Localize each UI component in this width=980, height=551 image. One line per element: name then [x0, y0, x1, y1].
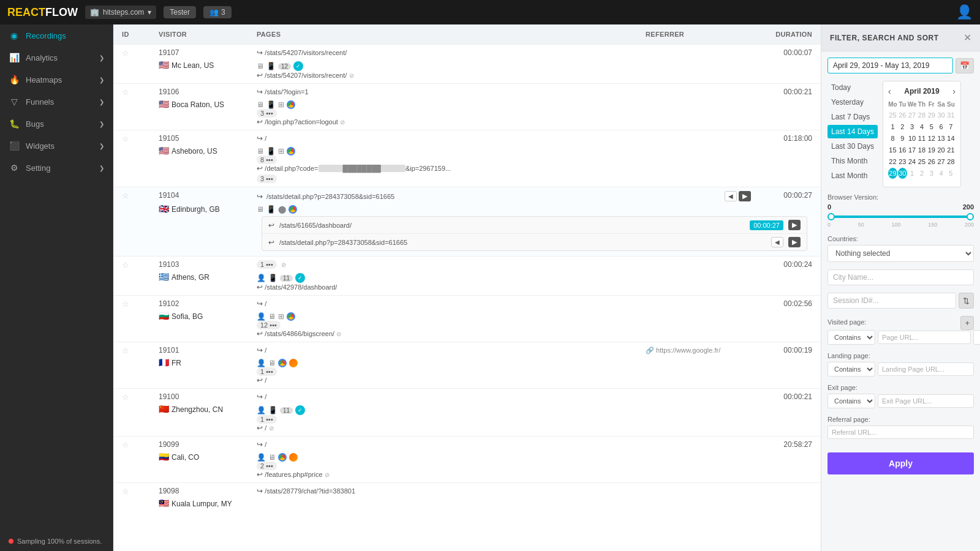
landing-url-input[interactable] — [878, 362, 974, 376]
visited-page-section: Visited page: + Contains -ls — [827, 316, 974, 345]
cal-day[interactable]: 19 — [927, 144, 936, 156]
cal-day[interactable]: 21 — [946, 144, 956, 156]
row-star[interactable]: ☆ — [113, 296, 150, 310]
cal-day[interactable]: 3 — [908, 121, 917, 132]
cal-day[interactable]: 2 — [898, 121, 907, 132]
visited-flag-select[interactable]: -ls — [973, 330, 980, 345]
sidebar-item-widgets[interactable]: ⬛ Widgets ❯ — [0, 135, 113, 157]
filter-close-button[interactable]: ✕ — [963, 32, 971, 43]
exit-contains-select[interactable]: Contains — [827, 394, 875, 408]
row-star[interactable]: ☆ — [113, 130, 150, 145]
cal-day-selected-end[interactable]: 30 — [898, 168, 907, 179]
cal-day[interactable]: 17 — [908, 144, 917, 156]
today-btn[interactable]: Today — [827, 81, 878, 94]
team-chip[interactable]: 👥 3 — [203, 6, 232, 18]
cal-day[interactable]: 1 — [888, 121, 897, 132]
inner-play-btn[interactable]: ▶ — [788, 220, 801, 230]
city-input[interactable] — [827, 269, 974, 285]
cal-day[interactable]: 20 — [937, 144, 946, 156]
session-id-add-btn[interactable]: ⇅ — [959, 293, 974, 309]
cal-day[interactable]: 2 — [918, 168, 927, 179]
inner-play-btn2[interactable]: ▶ — [788, 237, 801, 247]
cal-day-selected-start[interactable]: 29 — [888, 168, 897, 179]
cal-day[interactable]: 29 — [927, 110, 936, 121]
cal-day[interactable]: 28 — [918, 110, 927, 121]
session-id-input[interactable] — [827, 293, 956, 309]
user-avatar-icon[interactable]: 👤 — [956, 4, 973, 20]
row-star[interactable]: ☆ — [113, 45, 150, 59]
site-selector[interactable]: 🏢 hitsteps.com ▾ — [85, 6, 156, 19]
cal-day[interactable]: 5 — [946, 168, 956, 179]
sampling-label: Sampling 100% of sessions. — [17, 538, 102, 545]
prev-btn[interactable]: ◀ — [725, 191, 737, 201]
user-chip[interactable]: Tester — [164, 6, 196, 18]
cal-day[interactable]: 14 — [946, 133, 956, 144]
sidebar-item-heatmaps[interactable]: 🔥 Heatmaps ❯ — [0, 69, 113, 91]
sidebar-item-setting[interactable]: ⚙ Setting ❯ — [0, 157, 113, 179]
row-star[interactable]: ☆ — [113, 342, 150, 357]
cal-day[interactable]: 18 — [918, 144, 927, 156]
row-star[interactable]: ☆ — [113, 84, 150, 99]
cal-day[interactable]: 5 — [927, 121, 936, 132]
cal-day[interactable]: 8 — [888, 133, 897, 144]
sidebar-item-bugs[interactable]: 🐛 Bugs ❯ — [0, 113, 113, 135]
visited-add-btn[interactable]: + — [960, 316, 974, 330]
row-star[interactable]: ☆ — [113, 257, 150, 271]
last30-btn[interactable]: Last 30 Days — [827, 140, 878, 153]
cal-day[interactable]: 3 — [927, 168, 936, 179]
cal-day[interactable]: 26 — [898, 110, 907, 121]
landing-contains-select[interactable]: Contains — [827, 362, 875, 377]
cal-day[interactable]: 9 — [898, 133, 907, 144]
cal-day[interactable]: 26 — [927, 156, 936, 167]
referral-url-input[interactable] — [827, 425, 974, 439]
exit-url-input[interactable] — [878, 394, 974, 408]
yesterday-btn[interactable]: Yesterday — [827, 96, 878, 109]
cal-day[interactable]: 4 — [918, 121, 927, 132]
this-month-btn[interactable]: This Month — [827, 154, 878, 168]
cal-day[interactable]: 31 — [946, 110, 956, 121]
cal-day[interactable]: 7 — [946, 121, 956, 132]
cal-day[interactable]: 12 — [927, 133, 936, 144]
browser-version-slider[interactable] — [827, 216, 974, 218]
slider-thumb-left[interactable] — [827, 213, 835, 220]
last-month-btn[interactable]: Last Month — [827, 169, 878, 182]
row-star[interactable]: ☆ — [113, 187, 150, 203]
last14-btn[interactable]: Last 14 Days — [827, 125, 878, 138]
row-star[interactable]: ☆ — [113, 483, 150, 498]
date-range-input[interactable] — [827, 58, 953, 73]
table-row-sub: 🇨🇳Zhengzhou, CN 👤📱 11 ✓ 1 ••• ↩ / ⊘ — [113, 403, 821, 437]
cal-day[interactable]: 30 — [937, 110, 946, 121]
cal-day[interactable]: 27 — [937, 156, 946, 167]
calendar-icon-button[interactable]: 📅 — [956, 58, 974, 73]
slider-thumb-right[interactable] — [967, 213, 974, 220]
cal-day[interactable]: 28 — [946, 156, 956, 167]
cal-next-btn[interactable]: › — [952, 86, 956, 96]
cal-day[interactable]: 16 — [898, 144, 907, 156]
cal-day[interactable]: 13 — [937, 133, 946, 144]
sidebar-item-funnels[interactable]: ▽ Funnels ❯ — [0, 91, 113, 113]
visited-contains-select[interactable]: Contains — [827, 330, 875, 345]
cal-day[interactable]: 25 — [918, 156, 927, 167]
visited-url-input[interactable] — [878, 331, 971, 344]
apply-button[interactable]: Apply — [827, 452, 974, 474]
row-star[interactable]: ☆ — [113, 437, 150, 451]
cal-day[interactable]: 22 — [888, 156, 897, 167]
cal-day[interactable]: 25 — [888, 110, 897, 121]
cal-prev-btn[interactable]: ‹ — [888, 86, 891, 96]
cal-day[interactable]: 11 — [918, 133, 927, 144]
row-star[interactable]: ☆ — [113, 389, 150, 403]
cal-day[interactable]: 27 — [908, 110, 917, 121]
sidebar-item-analytics[interactable]: 📊 Analytics ❯ — [0, 47, 113, 69]
sidebar-item-recordings[interactable]: ◉ Recordings — [0, 24, 113, 47]
play-btn[interactable]: ▶ — [739, 191, 751, 201]
cal-day[interactable]: 4 — [937, 168, 946, 179]
cal-day[interactable]: 15 — [888, 144, 897, 156]
cal-day[interactable]: 6 — [937, 121, 946, 132]
cal-day[interactable]: 1 — [908, 168, 917, 179]
last7-btn[interactable]: Last 7 Days — [827, 110, 878, 124]
cal-day[interactable]: 10 — [908, 133, 917, 144]
cal-day[interactable]: 24 — [908, 156, 917, 167]
inner-prev-btn[interactable]: ◀ — [771, 237, 783, 247]
countries-select[interactable]: Nothing selected — [827, 245, 974, 262]
cal-day[interactable]: 23 — [898, 156, 907, 167]
